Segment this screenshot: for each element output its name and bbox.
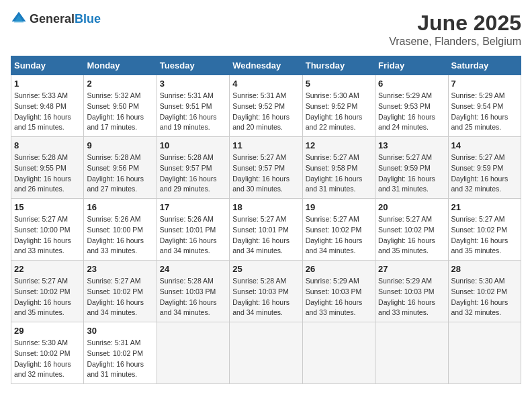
calendar-title: June 2025 bbox=[389, 11, 521, 36]
table-row: 20 Sunrise: 5:27 AMSunset: 10:02 PMDayli… bbox=[375, 199, 448, 261]
logo: GeneralBlue bbox=[11, 11, 101, 27]
day-number: 8 bbox=[14, 140, 81, 150]
day-number: 17 bbox=[160, 202, 226, 212]
table-row: 21 Sunrise: 5:27 AMSunset: 10:02 PMDayli… bbox=[448, 199, 521, 261]
day-info: Sunrise: 5:28 AMSunset: 9:56 PMDaylight:… bbox=[87, 152, 153, 195]
day-info: Sunrise: 5:27 AMSunset: 10:02 PMDaylight… bbox=[14, 276, 81, 318]
calendar-subtitle: Vrasene, Flanders, Belgium bbox=[389, 36, 521, 48]
day-info: Sunrise: 5:31 AMSunset: 9:52 PMDaylight:… bbox=[232, 91, 299, 133]
day-number: 16 bbox=[87, 202, 153, 212]
day-info: Sunrise: 5:32 AMSunset: 9:50 PMDaylight:… bbox=[87, 91, 153, 133]
day-number: 5 bbox=[306, 79, 372, 89]
table-row: 3 Sunrise: 5:31 AMSunset: 9:51 PMDayligh… bbox=[157, 75, 229, 137]
table-row: 29 Sunrise: 5:30 AMSunset: 10:02 PMDayli… bbox=[11, 322, 84, 384]
table-row: 8 Sunrise: 5:28 AMSunset: 9:55 PMDayligh… bbox=[11, 137, 84, 199]
calendar-week-row: 8 Sunrise: 5:28 AMSunset: 9:55 PMDayligh… bbox=[11, 137, 521, 199]
day-info: Sunrise: 5:28 AMSunset: 10:03 PMDaylight… bbox=[160, 276, 226, 318]
day-info: Sunrise: 5:27 AMSunset: 9:59 PMDaylight:… bbox=[451, 152, 518, 195]
calendar-table: Sunday Monday Tuesday Wednesday Thursday… bbox=[11, 56, 521, 384]
day-number: 19 bbox=[306, 202, 372, 212]
logo-text: GeneralBlue bbox=[30, 12, 101, 26]
table-row: 24 Sunrise: 5:28 AMSunset: 10:03 PMDayli… bbox=[157, 261, 229, 322]
day-number: 23 bbox=[87, 264, 153, 274]
table-row: 14 Sunrise: 5:27 AMSunset: 9:59 PMDaylig… bbox=[448, 137, 521, 199]
table-row: 11 Sunrise: 5:27 AMSunset: 9:57 PMDaylig… bbox=[230, 137, 302, 199]
table-row: 19 Sunrise: 5:27 AMSunset: 10:02 PMDayli… bbox=[302, 199, 375, 261]
calendar-week-row: 15 Sunrise: 5:27 AMSunset: 10:00 PMDayli… bbox=[11, 199, 521, 261]
day-number: 18 bbox=[232, 202, 299, 212]
day-info: Sunrise: 5:28 AMSunset: 9:57 PMDaylight:… bbox=[160, 152, 226, 195]
day-number: 15 bbox=[14, 202, 81, 212]
col-friday: Friday bbox=[375, 56, 448, 75]
col-tuesday: Tuesday bbox=[157, 56, 229, 75]
day-number: 28 bbox=[451, 264, 518, 274]
table-row bbox=[375, 322, 448, 384]
day-number: 20 bbox=[378, 202, 445, 212]
table-row bbox=[448, 322, 521, 384]
day-number: 4 bbox=[232, 79, 299, 89]
day-info: Sunrise: 5:27 AMSunset: 9:59 PMDaylight:… bbox=[378, 152, 445, 195]
day-info: Sunrise: 5:27 AMSunset: 9:57 PMDaylight:… bbox=[232, 152, 299, 195]
day-number: 22 bbox=[14, 264, 81, 274]
day-info: Sunrise: 5:31 AMSunset: 9:51 PMDaylight:… bbox=[160, 91, 226, 133]
table-row: 27 Sunrise: 5:29 AMSunset: 10:03 PMDayli… bbox=[375, 261, 448, 322]
table-row: 26 Sunrise: 5:29 AMSunset: 10:03 PMDayli… bbox=[302, 261, 375, 322]
day-info: Sunrise: 5:29 AMSunset: 10:03 PMDaylight… bbox=[306, 276, 372, 318]
day-number: 12 bbox=[306, 140, 372, 150]
table-row: 30 Sunrise: 5:31 AMSunset: 10:02 PMDayli… bbox=[84, 322, 157, 384]
table-row: 5 Sunrise: 5:30 AMSunset: 9:52 PMDayligh… bbox=[302, 75, 375, 137]
table-row bbox=[230, 322, 302, 384]
day-number: 7 bbox=[451, 79, 518, 89]
day-info: Sunrise: 5:30 AMSunset: 9:52 PMDaylight:… bbox=[306, 91, 372, 133]
day-number: 13 bbox=[378, 140, 445, 150]
day-number: 29 bbox=[14, 326, 81, 336]
page-header: GeneralBlue June 2025 Vrasene, Flanders,… bbox=[11, 11, 521, 48]
table-row: 2 Sunrise: 5:32 AMSunset: 9:50 PMDayligh… bbox=[84, 75, 157, 137]
day-number: 6 bbox=[378, 79, 445, 89]
day-info: Sunrise: 5:30 AMSunset: 10:02 PMDaylight… bbox=[14, 338, 81, 380]
table-row: 9 Sunrise: 5:28 AMSunset: 9:56 PMDayligh… bbox=[84, 137, 157, 199]
table-row: 6 Sunrise: 5:29 AMSunset: 9:53 PMDayligh… bbox=[375, 75, 448, 137]
table-row bbox=[157, 322, 229, 384]
col-monday: Monday bbox=[84, 56, 157, 75]
logo-blue: Blue bbox=[75, 12, 101, 26]
day-info: Sunrise: 5:30 AMSunset: 10:02 PMDaylight… bbox=[451, 276, 518, 318]
table-row: 1 Sunrise: 5:33 AMSunset: 9:48 PMDayligh… bbox=[11, 75, 84, 137]
table-row: 17 Sunrise: 5:26 AMSunset: 10:01 PMDayli… bbox=[157, 199, 229, 261]
col-wednesday: Wednesday bbox=[230, 56, 302, 75]
day-info: Sunrise: 5:26 AMSunset: 10:00 PMDaylight… bbox=[87, 214, 153, 257]
table-row bbox=[302, 322, 375, 384]
table-row: 13 Sunrise: 5:27 AMSunset: 9:59 PMDaylig… bbox=[375, 137, 448, 199]
table-row: 28 Sunrise: 5:30 AMSunset: 10:02 PMDayli… bbox=[448, 261, 521, 322]
table-row: 7 Sunrise: 5:29 AMSunset: 9:54 PMDayligh… bbox=[448, 75, 521, 137]
table-row: 15 Sunrise: 5:27 AMSunset: 10:00 PMDayli… bbox=[11, 199, 84, 261]
table-row: 10 Sunrise: 5:28 AMSunset: 9:57 PMDaylig… bbox=[157, 137, 229, 199]
day-info: Sunrise: 5:29 AMSunset: 9:54 PMDaylight:… bbox=[451, 91, 518, 133]
logo-icon bbox=[11, 11, 27, 27]
logo-general: General bbox=[30, 12, 75, 26]
day-info: Sunrise: 5:27 AMSunset: 10:00 PMDaylight… bbox=[14, 214, 81, 257]
calendar-body: 1 Sunrise: 5:33 AMSunset: 9:48 PMDayligh… bbox=[11, 75, 521, 384]
table-row: 25 Sunrise: 5:28 AMSunset: 10:03 PMDayli… bbox=[230, 261, 302, 322]
day-number: 27 bbox=[378, 264, 445, 274]
col-saturday: Saturday bbox=[448, 56, 521, 75]
day-number: 9 bbox=[87, 140, 153, 150]
day-number: 21 bbox=[451, 202, 518, 212]
day-number: 3 bbox=[160, 79, 226, 89]
table-row: 23 Sunrise: 5:27 AMSunset: 10:02 PMDayli… bbox=[84, 261, 157, 322]
day-info: Sunrise: 5:27 AMSunset: 9:58 PMDaylight:… bbox=[306, 152, 372, 195]
day-number: 2 bbox=[87, 79, 153, 89]
day-info: Sunrise: 5:28 AMSunset: 9:55 PMDaylight:… bbox=[14, 152, 81, 195]
day-number: 11 bbox=[232, 140, 299, 150]
table-row: 16 Sunrise: 5:26 AMSunset: 10:00 PMDayli… bbox=[84, 199, 157, 261]
day-info: Sunrise: 5:33 AMSunset: 9:48 PMDaylight:… bbox=[14, 91, 81, 133]
table-row: 12 Sunrise: 5:27 AMSunset: 9:58 PMDaylig… bbox=[302, 137, 375, 199]
day-info: Sunrise: 5:27 AMSunset: 10:02 PMDaylight… bbox=[378, 214, 445, 257]
calendar-header-row: Sunday Monday Tuesday Wednesday Thursday… bbox=[11, 56, 521, 75]
table-row: 4 Sunrise: 5:31 AMSunset: 9:52 PMDayligh… bbox=[230, 75, 302, 137]
calendar-week-row: 1 Sunrise: 5:33 AMSunset: 9:48 PMDayligh… bbox=[11, 75, 521, 137]
col-sunday: Sunday bbox=[11, 56, 84, 75]
day-info: Sunrise: 5:28 AMSunset: 10:03 PMDaylight… bbox=[232, 276, 299, 318]
col-thursday: Thursday bbox=[302, 56, 375, 75]
day-info: Sunrise: 5:29 AMSunset: 10:03 PMDaylight… bbox=[378, 276, 445, 318]
